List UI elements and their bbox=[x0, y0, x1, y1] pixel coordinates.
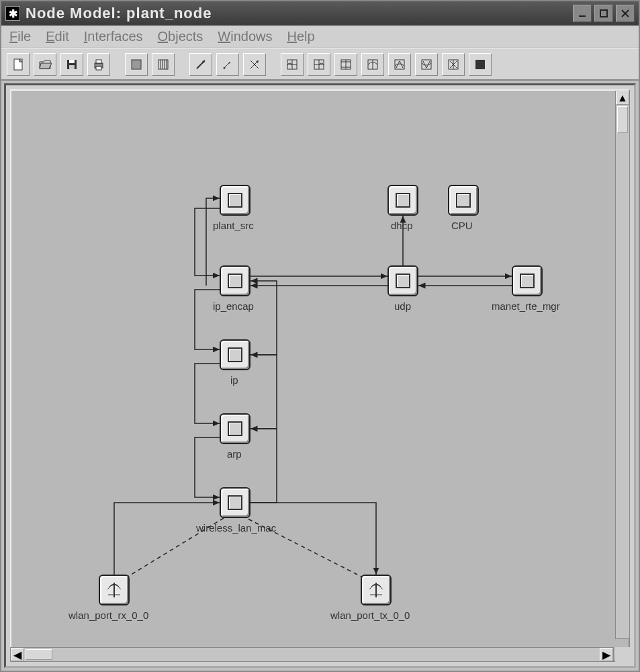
label-ip-encap: ip_encap bbox=[213, 300, 254, 312]
window-title: Node Model: plant_node bbox=[26, 5, 573, 22]
canvas-area: plant_src dhcp CPU ip_encap udp manet_rt… bbox=[4, 83, 636, 668]
node-dhcp[interactable] bbox=[387, 185, 418, 216]
node-wlan-port-tx[interactable] bbox=[361, 575, 392, 605]
svg-rect-11 bbox=[96, 67, 101, 70]
svg-rect-44 bbox=[475, 60, 485, 69]
node-udp[interactable] bbox=[387, 265, 418, 296]
external-module-button[interactable] bbox=[469, 53, 492, 76]
minimize-button[interactable] bbox=[573, 5, 592, 22]
tx-module-3-button[interactable] bbox=[334, 53, 357, 76]
tx-module-2-button[interactable] bbox=[308, 53, 330, 76]
scroll-up-arrow-icon[interactable]: ▲ bbox=[616, 91, 629, 105]
packet-stream-button[interactable] bbox=[189, 53, 212, 76]
menu-help[interactable]: Help bbox=[287, 29, 315, 44]
app-icon: ✱ bbox=[5, 6, 20, 21]
app-window: ✱ Node Model: plant_node File Edit Inter… bbox=[0, 0, 640, 672]
packet-half-stream-button[interactable] bbox=[216, 53, 239, 76]
app-icon-glyph: ✱ bbox=[9, 7, 17, 20]
node-wireless-lan-mac[interactable] bbox=[220, 487, 250, 518]
antenna-module-button[interactable] bbox=[442, 53, 465, 76]
node-ip[interactable] bbox=[220, 339, 250, 370]
menu-edit[interactable]: Edit bbox=[46, 29, 68, 44]
processor-module-button[interactable] bbox=[125, 53, 148, 76]
svg-rect-12 bbox=[132, 60, 141, 69]
close-button[interactable] bbox=[616, 5, 635, 22]
label-dhcp: dhcp bbox=[391, 220, 413, 231]
vertical-scroll-thumb[interactable] bbox=[617, 106, 628, 133]
svg-rect-7 bbox=[69, 60, 75, 63]
menu-windows[interactable]: Windows bbox=[218, 29, 272, 44]
queue-module-button[interactable] bbox=[152, 53, 175, 76]
horizontal-scrollbar[interactable]: ◀ ▶ bbox=[10, 647, 614, 662]
tx-module-5-button[interactable] bbox=[388, 53, 411, 76]
connection-layer bbox=[11, 91, 629, 655]
label-ip: ip bbox=[230, 374, 238, 386]
title-bar: ✱ Node Model: plant_node bbox=[1, 1, 639, 26]
node-ip-encap[interactable] bbox=[220, 265, 250, 296]
node-cpu[interactable] bbox=[448, 185, 479, 216]
label-plant-src: plant_src bbox=[213, 220, 254, 231]
tx-module-4-button[interactable] bbox=[361, 53, 384, 76]
label-arp: arp bbox=[227, 448, 242, 460]
node-manet-rte-mgr[interactable] bbox=[512, 265, 543, 296]
menu-file[interactable]: File bbox=[9, 29, 31, 44]
tx-module-6-button[interactable] bbox=[415, 53, 438, 76]
label-manet-rte-mgr: manet_rte_mgr bbox=[492, 300, 560, 312]
menu-objects[interactable]: Objects bbox=[158, 29, 203, 44]
toolbar bbox=[1, 48, 639, 81]
scroll-right-arrow-icon[interactable]: ▶ bbox=[600, 648, 613, 661]
label-udp: udp bbox=[394, 300, 411, 312]
svg-rect-10 bbox=[96, 60, 101, 63]
horizontal-scroll-thumb[interactable] bbox=[26, 649, 52, 660]
open-file-button[interactable] bbox=[34, 53, 56, 76]
node-plant-src[interactable] bbox=[220, 185, 250, 216]
menu-bar: File Edit Interfaces Objects Windows Hel… bbox=[1, 26, 639, 48]
maximize-button[interactable] bbox=[594, 5, 613, 22]
scroll-left-arrow-icon[interactable]: ◀ bbox=[11, 648, 24, 661]
label-cpu: CPU bbox=[451, 220, 473, 231]
node-arp[interactable] bbox=[220, 413, 250, 444]
svg-rect-1 bbox=[600, 10, 607, 17]
label-wlan-port-tx: wlan_port_tx_0_0 bbox=[330, 610, 410, 621]
node-wlan-port-rx[interactable] bbox=[99, 575, 130, 605]
diagram-canvas[interactable]: plant_src dhcp CPU ip_encap udp manet_rt… bbox=[10, 89, 630, 662]
svg-point-22 bbox=[224, 67, 226, 69]
window-controls bbox=[573, 5, 635, 22]
save-button[interactable] bbox=[60, 53, 83, 76]
print-button[interactable] bbox=[87, 53, 110, 76]
scroll-corner bbox=[615, 647, 630, 662]
new-file-button[interactable] bbox=[7, 53, 30, 76]
label-wlan-port-rx: wlan_port_rx_0_0 bbox=[68, 610, 148, 621]
menu-interfaces[interactable]: Interfaces bbox=[84, 29, 143, 44]
tx-module-1-button[interactable] bbox=[281, 53, 304, 76]
label-wireless-lan-mac: wireless_lan_mac bbox=[196, 522, 276, 534]
vertical-scrollbar[interactable]: ▲ bbox=[615, 91, 630, 639]
svg-rect-8 bbox=[69, 65, 75, 69]
stat-wire-button[interactable] bbox=[243, 53, 266, 76]
